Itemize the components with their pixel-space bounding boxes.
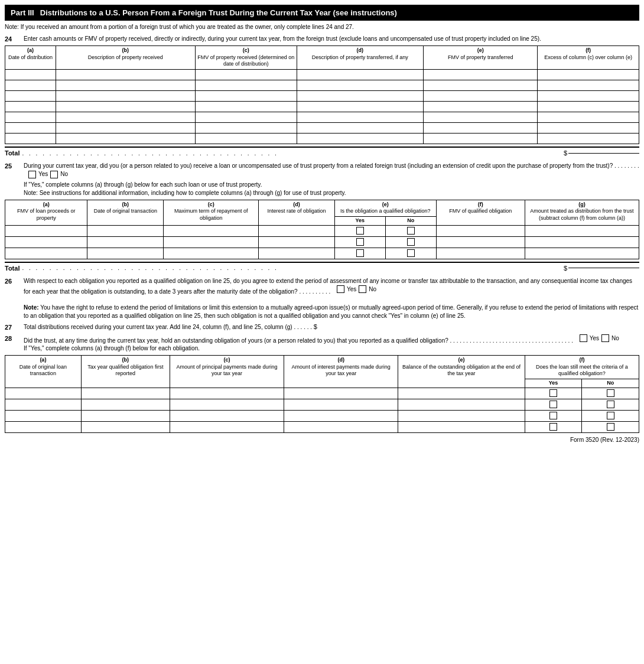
- line-25-num: 25: [5, 162, 21, 170]
- line-28-num: 28: [5, 335, 21, 342]
- t24-col-d-header: (d)Description of property transferred, …: [297, 46, 424, 70]
- line-25-yes-checkbox[interactable]: [28, 171, 36, 178]
- t24-col-f-header: (f)Excess of column (c) over column (e): [538, 46, 639, 70]
- form-number: Form 3520 (Rev. 12-2023): [570, 437, 639, 443]
- table-row: [5, 399, 639, 410]
- t28-col-a-header: (a)Date of original loan transaction: [5, 356, 82, 388]
- t28-row1-no-cb[interactable]: [607, 389, 614, 397]
- t28-col-c-header: (c)Amount of principal payments made dur…: [170, 356, 284, 388]
- table-row: [5, 91, 639, 102]
- line-24-text: Enter cash amounts or FMV of property re…: [24, 35, 639, 43]
- table-25: (a)FMV of loan proceeds or property (b)D…: [5, 200, 639, 259]
- line-25-row: 25 During your current tax year, did you…: [5, 162, 639, 197]
- line-28-yes-checkbox[interactable]: [580, 334, 587, 342]
- form-footer: Form 3520 (Rev. 12-2023): [5, 437, 639, 443]
- table-row: [5, 225, 639, 236]
- t25-col-f-header: (f)FMV of qualified obligation: [436, 200, 525, 225]
- table-row: [5, 112, 639, 123]
- line-24-row: 24 Enter cash amounts or FMV of property…: [5, 35, 639, 43]
- table-row: [5, 102, 639, 112]
- t28-col-f-header: (f)Does the loan still meet the criteria…: [525, 356, 639, 388]
- total-24-label: Total: [5, 149, 19, 157]
- t24-col-c-header: (c)FMV of property received (determined …: [195, 46, 297, 70]
- part-label: Part III: [11, 8, 34, 17]
- table-24-header-row: (a)Date of distribution (b)Description o…: [5, 46, 639, 70]
- total-25-dollar-sign: $: [564, 265, 567, 272]
- table-row: [5, 236, 639, 248]
- table-28: (a)Date of original loan transaction (b)…: [5, 355, 639, 433]
- line-27-dollar-sign: $: [314, 323, 317, 330]
- t28-row2-no-cb[interactable]: [607, 401, 614, 408]
- t28-col-d-header: (d)Amount of interest payments made duri…: [284, 356, 398, 388]
- t25-col-g-header: (g)Amount treated as distribution from t…: [525, 200, 639, 225]
- line-26-note: Note: You have the right to refuse to ex…: [24, 304, 638, 319]
- line-26-yesno: Yes No: [337, 285, 376, 294]
- line-27-num: 27: [5, 324, 21, 331]
- table-24: (a)Date of distribution (b)Description o…: [5, 45, 639, 144]
- line-24-num: 24: [5, 35, 21, 43]
- t24-col-e-header: (e)FMV of property transferred: [424, 46, 538, 70]
- t25-row2-no-cb[interactable]: [407, 238, 415, 246]
- line-26-no-checkbox[interactable]: [359, 285, 366, 293]
- table-28-header-row: (a)Date of original loan transaction (b)…: [5, 356, 639, 388]
- line-25-no-checkbox[interactable]: [50, 171, 58, 178]
- line-28-content: Did the trust, at any time during the cu…: [24, 334, 639, 353]
- t24-col-b-header: (b)Description of property received: [56, 46, 195, 70]
- t24-col-a-header: (a)Date of distribution: [5, 46, 56, 70]
- t28-row1-yes-cb[interactable]: [549, 389, 557, 397]
- table-row: [5, 388, 639, 399]
- t28-row4-yes-cb[interactable]: [549, 423, 557, 431]
- line-26-content: With respect to each obligation you repo…: [24, 277, 639, 321]
- t25-row3-yes-cb[interactable]: [356, 249, 364, 257]
- total-24-dollar-sign: $: [564, 149, 567, 157]
- line-26-no-label: No: [369, 285, 376, 294]
- table-25-header-row: (a)FMV of loan proceeds or property (b)D…: [5, 200, 639, 225]
- t25-col-b-header: (b)Date of original transaction: [87, 200, 164, 225]
- t28-row2-yes-cb[interactable]: [549, 401, 557, 408]
- table-row: [5, 70, 639, 80]
- part-title: Distributions to a U.S. Person From a Fo…: [40, 8, 397, 17]
- line-25-no-label: No: [60, 170, 68, 178]
- line-25-yes-label: Yes: [38, 170, 48, 178]
- total-24-dots: . . . . . . . . . . . . . . . . . . . . …: [22, 150, 563, 157]
- total-25-value[interactable]: [568, 268, 639, 268]
- total-25-row: Total . . . . . . . . . . . . . . . . . …: [5, 262, 639, 274]
- line-27-text: Total distributions received during your…: [24, 323, 639, 331]
- t25-row2-yes-cb[interactable]: [356, 238, 364, 246]
- t28-row4-no-cb[interactable]: [607, 423, 614, 431]
- note-24: Note: If you received an amount from a p…: [5, 23, 639, 31]
- line-28-no-checkbox[interactable]: [601, 334, 609, 342]
- total-24-value[interactable]: [568, 153, 639, 154]
- t25-col-e-header: (e)Is the obligation a qualified obligat…: [334, 200, 436, 225]
- t25-row1-yes-cb[interactable]: [356, 227, 364, 235]
- line-28-row: 28 Did the trust, at any time during the…: [5, 334, 639, 353]
- line-26-row: 26 With respect to each obligation you r…: [5, 277, 639, 321]
- line-25-yesno: Yes No: [28, 170, 68, 178]
- table-row: [5, 134, 639, 144]
- t25-row1-no-cb[interactable]: [407, 227, 415, 235]
- table-row: [5, 248, 639, 259]
- table-row: [5, 410, 639, 421]
- part-iii-header: Part III Distributions to a U.S. Person …: [5, 5, 639, 21]
- t25-row3-no-cb[interactable]: [407, 249, 415, 257]
- table-row: [5, 421, 639, 432]
- line-27-row: 27 Total distributions received during y…: [5, 323, 639, 331]
- table-row: [5, 123, 639, 134]
- total-24-row: Total . . . . . . . . . . . . . . . . . …: [5, 147, 639, 158]
- line-25-content: During your current tax year, did you (o…: [24, 162, 639, 197]
- line-28-yesno: Yes No: [580, 334, 619, 343]
- t25-col-d-header: (d)Interest rate of obligation: [259, 200, 335, 225]
- line-26-num: 26: [5, 278, 21, 285]
- t28-row3-no-cb[interactable]: [607, 412, 614, 419]
- t25-col-c-header: (c)Maximum term of repayment of obligati…: [164, 200, 259, 225]
- table-row: [5, 80, 639, 91]
- total-25-label: Total: [5, 265, 19, 272]
- t28-row3-yes-cb[interactable]: [549, 412, 557, 419]
- total-25-dots: . . . . . . . . . . . . . . . . . . . . …: [22, 265, 563, 271]
- t28-col-b-header: (b)Tax year qualified obligation first r…: [81, 356, 170, 388]
- line-28-yes-label: Yes: [590, 334, 599, 343]
- line-26-yes-label: Yes: [347, 285, 356, 294]
- line-26-yes-checkbox[interactable]: [337, 285, 344, 293]
- line-28-no-label: No: [612, 334, 619, 343]
- t25-col-a-header: (a)FMV of loan proceeds or property: [5, 200, 87, 225]
